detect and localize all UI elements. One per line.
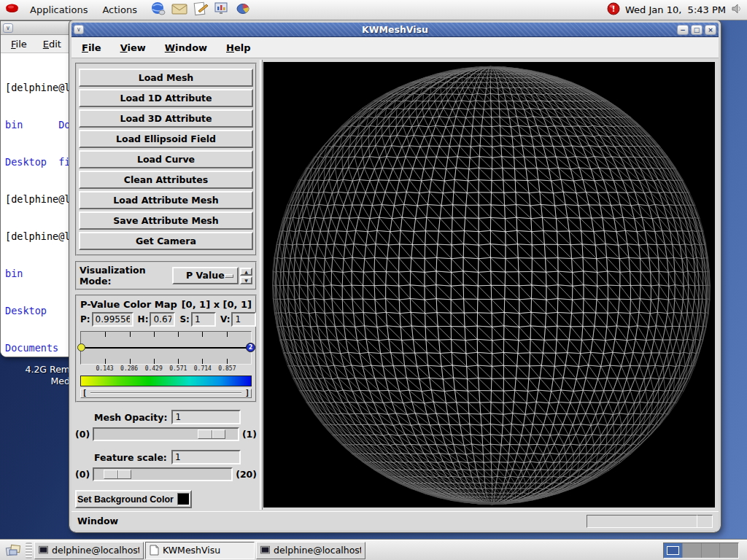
kw-menubar: File View Window Help bbox=[71, 37, 719, 58]
load-attribute-mesh-button[interactable]: Load Attribute Mesh bbox=[79, 191, 253, 209]
email-icon[interactable] bbox=[171, 2, 187, 18]
feature-scale-slider[interactable] bbox=[93, 467, 233, 481]
kw-menu-window[interactable]: Window bbox=[165, 42, 207, 53]
v-label: V: bbox=[220, 314, 231, 324]
chart-icon[interactable] bbox=[235, 1, 251, 19]
h-label: H: bbox=[138, 314, 149, 324]
set-background-color-button[interactable]: Set Background Color bbox=[75, 490, 192, 508]
kw-menu-view[interactable]: View bbox=[120, 42, 146, 53]
feature-slider-thumb[interactable] bbox=[104, 470, 131, 479]
load-curve-button[interactable]: Load Curve bbox=[79, 150, 253, 168]
launcher-icons bbox=[150, 1, 251, 20]
s-label: S: bbox=[179, 314, 189, 324]
mesh-opacity-field[interactable] bbox=[171, 410, 241, 424]
maximize-button[interactable]: □ bbox=[691, 25, 703, 35]
minimize-button[interactable]: − bbox=[677, 25, 689, 35]
desktop-screen: Applications Actions ! Wed Jan 10, 5:43 … bbox=[0, 0, 747, 560]
workspace-3[interactable] bbox=[702, 543, 721, 558]
feature-scale-field[interactable] bbox=[171, 450, 241, 464]
redhat-menu-icon[interactable] bbox=[4, 3, 20, 18]
terminal-shade-button[interactable]: ∨ bbox=[3, 23, 13, 33]
svg-text:!: ! bbox=[612, 5, 616, 13]
colormap-range-scrollbar[interactable]: [ ] bbox=[80, 389, 252, 398]
terminal-menu-edit[interactable]: Edit bbox=[43, 39, 61, 50]
kw-titlebar[interactable]: ∨ KWMeshVisu − □ × bbox=[71, 23, 719, 37]
visualization-mode-frame: Visualization Mode: P Value ▲ ▼ bbox=[75, 261, 257, 290]
feature-min-label: (0) bbox=[75, 469, 90, 480]
opacity-min-label: (0) bbox=[75, 429, 90, 440]
background-color-swatch bbox=[177, 493, 190, 505]
load-mesh-button[interactable]: Load Mesh bbox=[79, 69, 253, 87]
writer-icon[interactable] bbox=[193, 1, 209, 19]
opacity-slider-thumb[interactable] bbox=[198, 429, 225, 439]
taskbar-handle[interactable] bbox=[26, 542, 32, 559]
load-3d-attribute-button[interactable]: Load 3D Attribute bbox=[79, 109, 253, 128]
alert-notifier-icon[interactable]: ! bbox=[607, 2, 620, 18]
p-value-field[interactable] bbox=[92, 312, 133, 327]
colormap-node-start[interactable] bbox=[77, 343, 85, 351]
colormap-node-end[interactable]: 2 bbox=[246, 343, 255, 352]
workspace-switcher bbox=[663, 542, 739, 559]
visualization-mode-label: Visualization Mode: bbox=[80, 265, 168, 287]
kw-menu-file[interactable]: File bbox=[82, 42, 101, 53]
visualization-mode-dropdown[interactable]: P Value bbox=[172, 267, 239, 284]
kw-statusbar: Window bbox=[71, 511, 719, 530]
kwmeshvisu-window: ∨ KWMeshVisu − □ × File View Window Help… bbox=[69, 20, 721, 532]
web-browser-icon[interactable] bbox=[150, 1, 166, 20]
feature-max-label: (20) bbox=[236, 469, 257, 480]
kw-window-title: KWMeshVisu bbox=[71, 24, 719, 35]
workspace-2[interactable] bbox=[683, 543, 702, 558]
h-value-field[interactable] bbox=[150, 312, 175, 327]
dropdown-indicator bbox=[225, 274, 233, 278]
control-panel: Load Mesh Load 1D Attribute Load 3D Attr… bbox=[71, 58, 258, 511]
get-camera-button[interactable]: Get Camera bbox=[79, 232, 253, 250]
load-ellipsoid-field-button[interactable]: Load Ellipsoid Field bbox=[79, 130, 253, 148]
render-viewport[interactable] bbox=[263, 62, 715, 508]
taskbar-item-terminal-2[interactable]: delphine@localhost:~ bbox=[256, 542, 365, 559]
actions-menu[interactable]: Actions bbox=[98, 2, 142, 18]
taskbar: delphine@localhost:~ KWMeshVisu delphine… bbox=[0, 540, 747, 560]
colormap-frame: P-Value Color Map [0, 1] x [0, 1] P: H: … bbox=[75, 295, 257, 402]
kw-menu-help[interactable]: Help bbox=[226, 42, 250, 53]
show-desktop-button[interactable] bbox=[2, 542, 24, 559]
volume-icon[interactable] bbox=[731, 3, 743, 18]
colormap-function-editor[interactable]: 2 bbox=[80, 331, 252, 365]
spin-down-icon[interactable]: ▼ bbox=[240, 276, 252, 284]
clock[interactable]: Wed Jan 10, 5:43 PM bbox=[625, 4, 726, 15]
mesh-sphere-canvas[interactable] bbox=[263, 62, 715, 508]
desktop-media-label[interactable]: 4.2G Rem Med bbox=[0, 364, 70, 387]
load-1d-attribute-button[interactable]: Load 1D Attribute bbox=[79, 89, 253, 107]
colormap-title: P-Value Color Map bbox=[80, 299, 177, 310]
opacity-max-label: (1) bbox=[242, 429, 257, 440]
terminal-icon bbox=[39, 545, 48, 555]
p-label: P: bbox=[80, 314, 90, 324]
applications-menu[interactable]: Applications bbox=[26, 2, 92, 18]
spin-up-icon[interactable]: ▲ bbox=[240, 268, 252, 276]
close-button[interactable]: × bbox=[705, 25, 716, 35]
mesh-opacity-label: Mesh Opacity: bbox=[94, 412, 167, 423]
s-value-field[interactable] bbox=[191, 312, 216, 327]
taskbar-item-kwmeshvisu[interactable]: KWMeshVisu bbox=[145, 542, 255, 559]
feature-scale-label: Feature scale: bbox=[94, 452, 167, 463]
panel-sash[interactable] bbox=[258, 58, 263, 511]
workspace-4[interactable] bbox=[720, 543, 738, 558]
terminal-icon bbox=[260, 545, 270, 555]
colormap-gradient-bar bbox=[80, 376, 252, 386]
v-value-field[interactable] bbox=[231, 312, 256, 327]
presentation-icon[interactable] bbox=[214, 1, 230, 19]
progress-area bbox=[587, 515, 713, 528]
top-panel: Applications Actions ! Wed Jan 10, 5:43 … bbox=[0, 0, 747, 20]
terminal-menu-file[interactable]: File bbox=[11, 39, 27, 50]
workspace-1[interactable] bbox=[664, 543, 683, 558]
colormap-range: [0, 1] x [0, 1] bbox=[182, 299, 252, 310]
save-attribute-mesh-button[interactable]: Save Attribute Mesh bbox=[79, 211, 253, 230]
transfer-function-line bbox=[81, 347, 251, 349]
taskbar-item-terminal-1[interactable]: delphine@localhost:~ bbox=[34, 542, 144, 559]
clean-attributes-button[interactable]: Clean Attributes bbox=[79, 171, 253, 189]
mesh-opacity-slider[interactable] bbox=[93, 427, 239, 441]
document-icon bbox=[150, 545, 159, 556]
tick-labels: 0.143 0.286 0.429 0.571 0.714 0.857 bbox=[80, 365, 252, 373]
button-stack-frame: Load Mesh Load 1D Attribute Load 3D Attr… bbox=[75, 63, 257, 256]
status-text: Window bbox=[77, 516, 118, 526]
